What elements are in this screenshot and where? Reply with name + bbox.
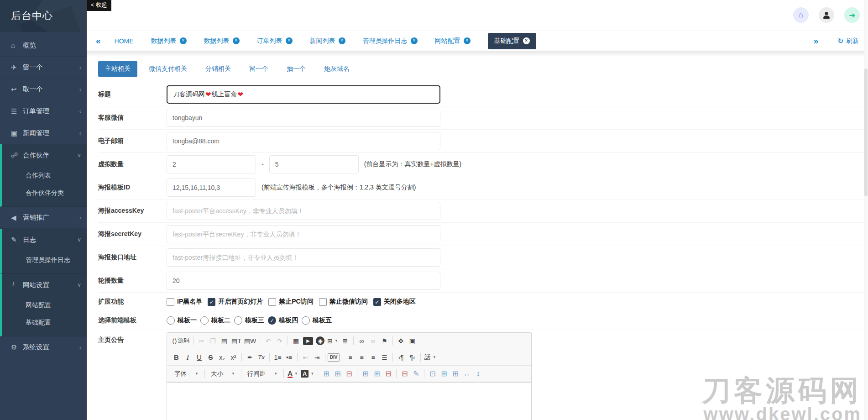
logout-button[interactable]: ➜ — [844, 7, 860, 23]
sidebar-item-营销推广[interactable]: ◀营销推广‹ — [0, 207, 87, 229]
海报接口地址-input[interactable] — [167, 248, 440, 267]
bold-button[interactable]: B — [171, 352, 182, 363]
table-cell-properties-button[interactable]: ⊞ — [450, 368, 461, 379]
delete-cell-button[interactable]: ⊟ — [399, 368, 410, 379]
font-size-select[interactable]: 大小▼ — [207, 370, 239, 378]
text-direction-ltr-button[interactable]: ›¶ — [395, 352, 407, 363]
align-right-button[interactable]: ≡ — [367, 352, 379, 363]
strikethrough-button[interactable]: S — [205, 352, 216, 363]
sidebar-item-合作伙伴[interactable]: ☍合作伙伴∨ — [2, 144, 87, 166]
show-blocks-button[interactable]: ▣ — [407, 335, 418, 346]
sidebar-subitem-合作列表[interactable]: 合作列表 — [2, 167, 87, 184]
align-center-button[interactable]: ≡ — [356, 352, 367, 363]
link-button[interactable]: ∞ — [356, 335, 367, 346]
sidebar-item-订单管理[interactable]: ☰订单管理‹ — [0, 100, 87, 122]
tab-订单列表[interactable]: 订单列表× — [257, 37, 293, 45]
numbered-list-button[interactable]: 1≡ — [272, 352, 283, 363]
copy-formatting-button[interactable]: ✒ — [244, 352, 256, 363]
table-properties-button[interactable]: ⊞ — [438, 368, 450, 379]
checkbox-IP黑名单[interactable]: ✓IP黑名单 — [167, 298, 202, 306]
sidebar-item-取一个[interactable]: ↩取一个‹ — [0, 79, 87, 100]
text-color-button[interactable]: A▼ — [286, 368, 299, 379]
form-tab-抽一个[interactable]: 抽一个 — [280, 61, 313, 77]
电子邮箱-input[interactable] — [167, 132, 440, 150]
tab-close-icon[interactable]: × — [411, 37, 418, 44]
merge-cells-horizontal-button[interactable]: ↔ — [461, 368, 472, 379]
sidebar-subitem-网站配置[interactable]: 网站配置 — [2, 297, 87, 314]
insert-row-below-button[interactable]: ⊞ — [332, 368, 343, 379]
tab-close-icon[interactable]: × — [233, 37, 240, 44]
paste-as-text-button[interactable]: ▤T — [230, 335, 243, 346]
tab-HOME[interactable]: HOME — [115, 37, 134, 45]
checkbox-禁止微信访问[interactable]: ✓禁止微信访问 — [319, 298, 368, 306]
flash-button[interactable]: ◉ — [316, 336, 324, 345]
source-button[interactable]: ⟨⟩源码 — [171, 335, 191, 346]
sidebar-subitem-管理员操作日志[interactable]: 管理员操作日志 — [2, 252, 87, 269]
remove-format-button[interactable]: Tx — [256, 352, 267, 363]
video-button[interactable]: ▶ — [303, 337, 313, 345]
form-tab-炮灰域名[interactable]: 炮灰域名 — [317, 61, 356, 77]
tab-数据列表[interactable]: 数据列表× — [151, 37, 187, 45]
tab-close-icon[interactable]: × — [339, 37, 345, 44]
radio-模板二[interactable]: ✓模板二 — [200, 316, 230, 325]
form-tab-微信支付相关[interactable]: 微信支付相关 — [142, 61, 194, 77]
language-button[interactable]: 話▼ — [423, 352, 438, 363]
form-tab-留一个[interactable]: 留一个 — [242, 61, 275, 77]
insert-row-above-button[interactable]: ⊞ — [320, 368, 332, 379]
tab-close-icon[interactable]: × — [523, 37, 530, 44]
tabs-scroll-left-button[interactable]: « — [96, 37, 101, 45]
tab-数据列表[interactable]: 数据列表× — [204, 37, 240, 45]
anchor-button[interactable]: ⚑ — [379, 335, 390, 346]
delete-column-button[interactable]: ⊟ — [382, 368, 394, 379]
海报accessKey-input[interactable] — [167, 202, 440, 220]
bulleted-list-button[interactable]: •≡ — [283, 352, 295, 363]
user-button[interactable] — [819, 7, 834, 23]
海报模板ID-input[interactable] — [167, 178, 256, 197]
客服微信-input[interactable] — [167, 109, 440, 127]
div-container-button[interactable]: DIV — [328, 353, 340, 362]
radio-模板五[interactable]: ✓模板五 — [302, 316, 332, 325]
paste-button[interactable]: ▤ — [219, 335, 230, 346]
text-direction-rtl-button[interactable]: ¶‹ — [407, 352, 418, 363]
标题-input[interactable]: 刀客源码网❤线上盲盒❤ — [167, 85, 440, 104]
form-tab-主站相关[interactable]: 主站相关 — [98, 61, 137, 77]
tab-close-icon[interactable]: × — [464, 37, 471, 44]
sidebar-item-新闻管理[interactable]: ▣新闻管理‹ — [0, 122, 87, 144]
tab-close-icon[interactable]: × — [180, 37, 187, 44]
align-left-button[interactable]: ≡ — [345, 352, 356, 363]
page-scrollbar-thumb[interactable] — [864, 68, 868, 196]
insert-column-right-button[interactable]: ⊞ — [371, 368, 382, 379]
refresh-button[interactable]: ↻ 刷新 — [837, 37, 859, 45]
radio-模板一[interactable]: ✓模板一 — [167, 316, 197, 325]
editor-content-area[interactable] — [167, 382, 531, 420]
edit-table-button[interactable]: ✎ — [410, 368, 422, 379]
insert-column-left-button[interactable]: ⊞ — [360, 368, 371, 379]
italic-button[interactable]: I — [182, 352, 193, 363]
tab-网站配置[interactable]: 网站配置× — [435, 37, 471, 45]
tab-基础配置[interactable]: 基础配置× — [488, 33, 536, 49]
image-button[interactable]: ▦ — [290, 335, 302, 346]
checkbox-开启首页幻灯片[interactable]: ✓开启首页幻灯片 — [208, 298, 263, 306]
sidebar-item-概览[interactable]: ⌂概览 — [0, 35, 87, 57]
tab-close-icon[interactable]: × — [286, 37, 293, 44]
table-button[interactable]: ⊞▼ — [326, 335, 340, 346]
merge-cells-vertical-button[interactable]: ↕ — [472, 368, 484, 379]
虚拟数量-max-input[interactable] — [269, 155, 359, 173]
align-justify-button[interactable]: ☰ — [379, 352, 390, 363]
sidebar-item-系统设置[interactable]: ⚙系统设置‹ — [0, 336, 87, 358]
tab-管理员操作日志[interactable]: 管理员操作日志× — [363, 37, 418, 45]
sidebar-collapse-button[interactable]: < 收起 — [87, 0, 111, 11]
font-select[interactable]: 字体▼ — [171, 370, 202, 378]
delete-row-button[interactable]: ⊟ — [343, 368, 355, 379]
轮播数量-input[interactable] — [167, 272, 440, 290]
sidebar-item-留一个[interactable]: ✈留一个‹ — [0, 57, 87, 79]
sidebar-subitem-基础配置[interactable]: 基础配置 — [2, 314, 87, 331]
radio-模板三[interactable]: ✓模板三 — [234, 316, 264, 325]
maximize-button[interactable]: ✥ — [395, 335, 407, 346]
虚拟数量-min-input[interactable] — [167, 155, 256, 173]
table-header-button[interactable]: ⊡ — [427, 368, 438, 379]
sidebar-subitem-合作伙伴分类[interactable]: 合作伙伴分类 — [2, 184, 87, 202]
line-height-select[interactable]: 行间距▼ — [244, 370, 281, 378]
radio-模板四[interactable]: ✓模板四 — [268, 316, 298, 325]
increase-indent-button[interactable]: ⇥ — [311, 352, 323, 363]
